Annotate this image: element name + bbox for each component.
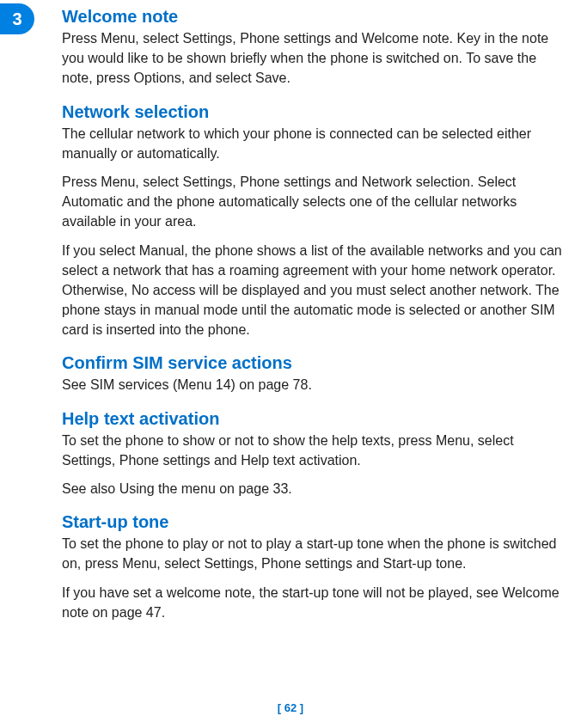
heading-welcome-note: Welcome note — [62, 7, 569, 27]
chapter-tab: 3 — [0, 3, 34, 34]
body-text: If you have set a welcome note, the star… — [62, 583, 569, 622]
heading-confirm-sim: Confirm SIM service actions — [62, 353, 569, 373]
body-text: To set the phone to play or not to play … — [62, 534, 569, 573]
heading-help-text: Help text activation — [62, 409, 569, 429]
body-text: Press Menu, select Settings, Phone setti… — [62, 28, 569, 89]
content-area: Welcome note Press Menu, select Settings… — [62, 7, 569, 631]
body-text: To set the phone to show or not to show … — [62, 431, 569, 470]
body-text: Press Menu, select Settings, Phone setti… — [62, 172, 569, 232]
body-text: See also Using the menu on page 33. — [62, 479, 569, 499]
chapter-number: 3 — [12, 9, 21, 29]
page-number: [ 62 ] — [0, 701, 581, 714]
heading-startup-tone: Start-up tone — [62, 512, 569, 532]
body-text: If you select Manual, the phone shows a … — [62, 241, 569, 340]
body-text: See SIM services (Menu 14) on page 78. — [62, 375, 569, 395]
heading-network-selection: Network selection — [62, 102, 569, 122]
body-text: The cellular network to which your phone… — [62, 124, 569, 163]
